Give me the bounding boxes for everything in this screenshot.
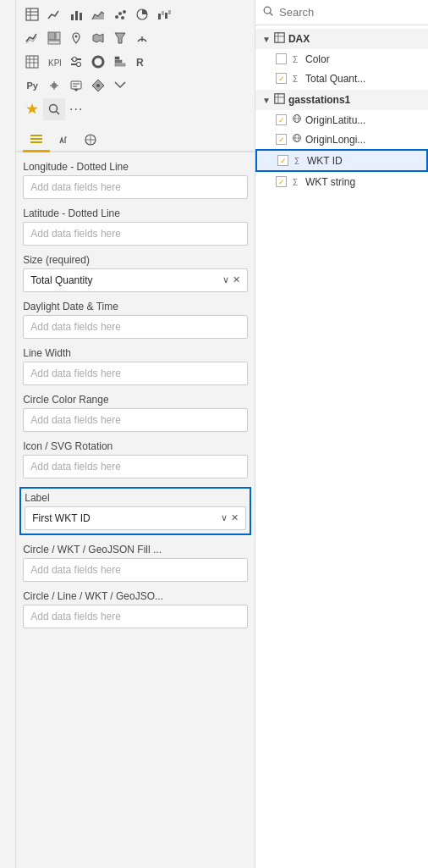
icon-python[interactable]: Py	[21, 75, 43, 97]
field-drop-latitude-dotted[interactable]: Add data fields here	[23, 222, 248, 246]
chevron-down-icon[interactable]: ∨	[221, 512, 228, 523]
field-label-latitude-dotted: Latitude - Dotted Line	[23, 207, 248, 219]
field-section-daylight-datetime: Daylight Date & TimeAdd data fields here	[23, 301, 248, 339]
tree-item-origin-longi[interactable]: OriginLongi...	[255, 130, 428, 149]
icon-more[interactable]	[109, 75, 131, 97]
icon-grid: KPI R Py	[16, 0, 255, 125]
tree-item-color[interactable]: ∑Color	[255, 49, 428, 69]
field-drop-daylight-datetime[interactable]: Add data fields here	[23, 315, 248, 339]
svg-rect-19	[48, 41, 60, 44]
search-input[interactable]	[279, 6, 421, 19]
checkbox-total-quant[interactable]	[276, 73, 287, 84]
tab-analytics[interactable]	[77, 129, 104, 152]
tree-item-wkt-string[interactable]: ∑WKT string	[255, 172, 428, 191]
field-drop-longitude-dotted[interactable]: Add data fields here	[23, 175, 248, 199]
svg-rect-50	[30, 135, 42, 136]
icon-table[interactable]	[21, 3, 43, 25]
tree-item-label-total-quant: Total Quant...	[305, 73, 365, 85]
svg-rect-5	[75, 11, 78, 20]
icon-stacked-bar[interactable]	[109, 51, 131, 73]
checkbox-color[interactable]	[276, 53, 287, 64]
tree-group-dax: ▼DAX∑Color∑Total Quant...	[255, 29, 428, 88]
field-tabs	[16, 125, 255, 152]
icon-smart-narrative[interactable]	[65, 75, 87, 97]
table-icon-dax	[274, 32, 285, 46]
icon-funnel[interactable]	[109, 27, 131, 49]
chevron-icon-dax: ▼	[262, 35, 271, 44]
field-drop-size-required[interactable]: Total Quantity∨ ✕	[23, 268, 248, 292]
tab-format[interactable]	[50, 129, 77, 152]
field-drop-icon-svg-rotation[interactable]: Add data fields here	[23, 455, 248, 478]
icon-filledmap[interactable]	[87, 27, 109, 49]
tree-group-header-gasstations1[interactable]: ▼gasstations1	[255, 90, 428, 110]
tree-item-wkt-id[interactable]: ∑WKT ID	[255, 149, 428, 172]
right-panel: ▼DAX∑Color∑Total Quant...▼gasstations1Or…	[255, 0, 428, 868]
icon-map[interactable]	[65, 27, 87, 49]
svg-marker-42	[74, 89, 79, 91]
field-drop-placeholder-longitude-dotted: Add data fields here	[30, 181, 240, 193]
icon-row-1	[21, 3, 250, 25]
checkbox-origin-latitu[interactable]	[276, 114, 287, 125]
icon-waterfallchart[interactable]	[153, 3, 175, 25]
field-drop-circle-wkt-geojson-fill[interactable]: Add data fields here	[23, 558, 248, 582]
checkbox-wkt-id[interactable]	[277, 155, 288, 166]
chevron-down-icon[interactable]: ∨	[222, 274, 229, 285]
field-section-longitude-dotted: Longitude - Dotted LineAdd data fields h…	[23, 161, 248, 199]
icon-multiline[interactable]	[21, 27, 43, 49]
calc-icon-wkt-string: ∑	[292, 175, 302, 188]
icon-azure-map[interactable]	[87, 75, 109, 97]
icon-dots[interactable]: ···	[65, 98, 87, 120]
icon-piechart[interactable]	[131, 3, 153, 25]
icon-matrix[interactable]	[21, 51, 43, 73]
tree-item-total-quant[interactable]: ∑Total Quant...	[255, 69, 428, 88]
svg-line-49	[57, 112, 60, 115]
icon-custom-visual[interactable]	[21, 98, 43, 120]
field-section-label: LabelFirst WKT ID∨ ✕	[19, 487, 251, 535]
checkbox-origin-longi[interactable]	[276, 134, 287, 145]
svg-rect-14	[162, 11, 164, 15]
field-drop-line-width[interactable]: Add data fields here	[23, 362, 248, 385]
field-label-label: Label	[25, 492, 246, 504]
clear-icon[interactable]: ✕	[233, 274, 240, 285]
icon-search[interactable]	[43, 98, 65, 120]
tree-item-origin-latitu[interactable]: OriginLatitu...	[255, 110, 428, 130]
icon-linechart[interactable]	[43, 3, 65, 25]
svg-rect-0	[26, 8, 38, 20]
table-icon-gasstations1	[274, 93, 285, 107]
filters-tab[interactable]	[0, 0, 16, 868]
fields-container: Longitude - Dotted LineAdd data fields h…	[16, 152, 255, 868]
field-label-daylight-datetime: Daylight Date & Time	[23, 301, 248, 312]
tree-group-header-dax[interactable]: ▼DAX	[255, 29, 428, 49]
icon-slicer[interactable]	[65, 51, 87, 73]
icon-r-script[interactable]: R	[131, 51, 153, 73]
field-label-circle-color-range: Circle Color Range	[23, 394, 248, 406]
field-label-icon-svg-rotation: Icon / SVG Rotation	[23, 440, 248, 452]
field-label-size-required: Size (required)	[23, 254, 248, 266]
field-section-circle-line-wkt-geojso: Circle / Line / WKT / GeoJSO...Add data …	[23, 590, 248, 628]
icon-decomp-tree[interactable]	[43, 75, 65, 97]
checkbox-wkt-string[interactable]	[276, 176, 287, 187]
icon-gauge[interactable]	[131, 27, 153, 49]
field-drop-label[interactable]: First WKT ID∨ ✕	[25, 506, 246, 530]
svg-rect-52	[30, 141, 42, 143]
clear-icon[interactable]: ✕	[231, 512, 239, 523]
field-drop-circle-color-range[interactable]: Add data fields here	[23, 408, 248, 432]
icon-scatterchart[interactable]	[109, 3, 131, 25]
icon-treemap[interactable]	[43, 27, 65, 49]
tab-fields[interactable]	[23, 129, 50, 152]
svg-point-8	[115, 15, 118, 19]
svg-rect-41	[71, 81, 81, 89]
svg-text:∑: ∑	[294, 156, 299, 164]
icon-kpi[interactable]: KPI	[43, 51, 65, 73]
field-drop-circle-line-wkt-geojso[interactable]: Add data fields here	[23, 605, 248, 628]
icon-areachart[interactable]	[87, 3, 109, 25]
field-drop-placeholder-circle-color-range: Add data fields here	[30, 414, 240, 426]
field-drop-placeholder-circle-wkt-geojson-fill: Add data fields here	[30, 564, 240, 576]
svg-point-9	[118, 12, 122, 15]
svg-text:∑: ∑	[293, 54, 298, 63]
field-drop-placeholder-icon-svg-rotation: Add data fields here	[30, 461, 240, 473]
field-drop-text-label: First WKT ID	[32, 512, 221, 524]
icon-barchart[interactable]	[65, 3, 87, 25]
icon-donut[interactable]	[87, 51, 109, 73]
tree-item-label-wkt-id: WKT ID	[307, 155, 343, 167]
